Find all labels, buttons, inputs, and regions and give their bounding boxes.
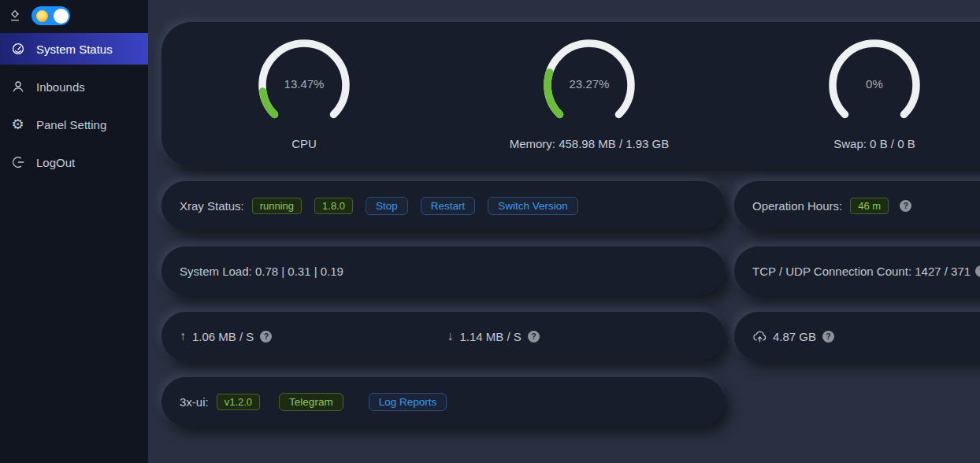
xray-status-card: Xray Status: running 1.8.0 Stop Restart … — [161, 181, 725, 230]
memory-label: Memory: 458.98 MB / 1.93 GB — [510, 137, 670, 150]
theme-toggle[interactable] — [32, 6, 70, 25]
sidebar: System Status Inbounds ⚙ Panel Setting — [0, 0, 148, 463]
sidebar-item-logout[interactable]: LogOut — [0, 146, 148, 178]
operation-hours-card: Operation Hours: 46 m ? — [734, 181, 980, 230]
sidebar-item-label: Panel Setting — [36, 118, 106, 131]
app-version-badge: v1.2.0 — [217, 394, 260, 410]
operation-hours-label: Operation Hours: — [752, 199, 842, 213]
upload-speed-value: 1.06 MB / S — [192, 330, 254, 343]
main-content: 13.47% CPU 23.27% Memory: 458.98 MB / 1.… — [148, 0, 980, 463]
memory-gauge-section: 23.27% Memory: 458.98 MB / 1.93 GB — [447, 36, 732, 167]
app-name-label: 3x-ui: — [180, 395, 209, 409]
status-cards-grid: Xray Status: running 1.8.0 Stop Restart … — [161, 181, 980, 426]
sidebar-item-label: Inbounds — [36, 80, 85, 94]
theme-icon — [8, 9, 22, 23]
gear-icon: ⚙ — [10, 117, 25, 131]
download-arrow-icon: ↓ — [447, 329, 454, 343]
sidebar-item-system-status[interactable]: System Status — [0, 33, 148, 65]
toggle-knob — [54, 9, 69, 24]
xray-status-label: Xray Status: — [180, 199, 244, 213]
system-load-text: System Load: 0.78 | 0.31 | 0.19 — [180, 265, 343, 278]
question-icon[interactable]: ? — [528, 331, 540, 343]
question-icon[interactable]: ? — [260, 331, 272, 343]
cloud-upload-icon — [752, 329, 767, 344]
upload-speed: ↑ 1.06 MB / S ? — [180, 329, 440, 343]
sidebar-top — [0, 0, 148, 31]
dashboard-icon — [10, 42, 25, 56]
swap-label: Swap: 0 B / 0 B — [833, 137, 915, 150]
system-gauges-card: 13.47% CPU 23.27% Memory: 458.98 MB / 1.… — [161, 22, 980, 167]
log-reports-button[interactable]: Log Reports — [369, 393, 447, 411]
operation-hours-badge: 46 m — [850, 198, 889, 214]
total-usage-card: 4.87 GB ? — [734, 312, 980, 361]
cpu-label: CPU — [291, 137, 317, 150]
xray-running-badge: running — [252, 198, 302, 214]
sidebar-menu: System Status Inbounds ⚙ Panel Setting — [0, 33, 148, 178]
sun-icon — [36, 10, 48, 22]
stop-button[interactable]: Stop — [366, 197, 408, 215]
logout-icon — [10, 155, 25, 169]
telegram-button[interactable]: Telegram — [279, 393, 343, 411]
download-speed-value: 1.14 MB / S — [460, 330, 522, 343]
network-speed-card: ↑ 1.06 MB / S ? ↓ 1.14 MB / S ? — [161, 312, 725, 361]
switch-version-button[interactable]: Switch Version — [488, 197, 578, 215]
memory-percent: 23.27% — [540, 77, 638, 91]
sidebar-item-label: System Status — [36, 43, 113, 56]
sidebar-item-panel-setting[interactable]: ⚙ Panel Setting — [0, 109, 148, 140]
cpu-gauge-section: 13.47% CPU — [161, 36, 447, 167]
question-icon[interactable]: ? — [975, 265, 980, 277]
restart-button[interactable]: Restart — [421, 197, 476, 215]
system-load-card: System Load: 0.78 | 0.31 | 0.19 — [161, 246, 725, 295]
sidebar-item-inbounds[interactable]: Inbounds — [0, 71, 148, 102]
cpu-percent: 13.47% — [255, 77, 353, 91]
swap-gauge-section: 0% Swap: 0 B / 0 B — [732, 36, 980, 167]
xray-version-badge: 1.8.0 — [314, 198, 353, 214]
app-version-card: 3x-ui: v1.2.0 Telegram Log Reports — [161, 377, 725, 426]
question-icon[interactable]: ? — [822, 331, 834, 343]
tcp-udp-text: TCP / UDP Connection Count: 1427 / 371 — [752, 265, 971, 278]
question-icon[interactable]: ? — [900, 200, 911, 212]
upload-arrow-icon: ↑ — [180, 329, 186, 343]
swap-percent: 0% — [826, 77, 923, 91]
download-speed: ↓ 1.14 MB / S ? — [447, 329, 707, 343]
user-icon — [10, 80, 25, 94]
tcp-udp-card: TCP / UDP Connection Count: 1427 / 371 ? — [734, 246, 980, 295]
sidebar-item-label: LogOut — [36, 156, 75, 169]
total-usage-value: 4.87 GB — [773, 330, 816, 343]
